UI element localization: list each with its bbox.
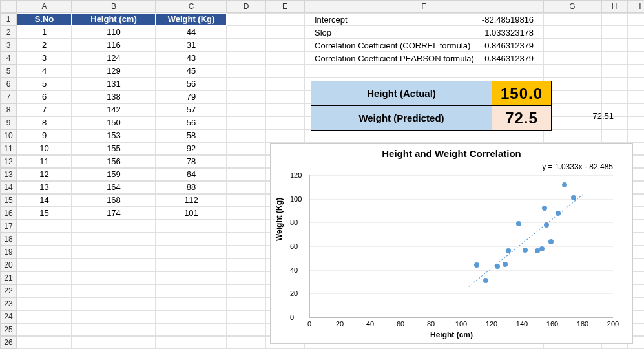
row-header-9[interactable]: 9 [0,116,17,129]
row-header-2[interactable]: 2 [0,26,17,39]
cell-E8[interactable] [265,103,304,116]
cell-H4[interactable] [601,52,627,65]
cell-D26[interactable] [227,336,265,349]
cell-C5[interactable]: 45 [156,65,227,78]
row-header-18[interactable]: 18 [0,233,17,246]
row-header-25[interactable]: 25 [0,323,17,336]
row-header-3[interactable]: 3 [0,39,17,52]
cell-D6[interactable] [227,78,265,90]
cell-C17[interactable] [156,220,227,233]
cell-B12[interactable]: 156 [72,155,156,168]
cell-B18[interactable] [72,233,156,246]
cell-G7[interactable] [543,90,601,103]
cell-C26[interactable] [156,336,227,349]
cell-C23[interactable] [156,297,227,310]
cell-A10[interactable]: 9 [17,129,72,142]
cell-B7[interactable]: 138 [72,90,156,103]
cell-B4[interactable]: 124 [72,52,156,65]
row-header-20[interactable]: 20 [0,259,17,271]
cell-A2[interactable]: 1 [17,26,72,39]
cell-A15[interactable]: 14 [17,194,72,207]
row-header-5[interactable]: 5 [0,65,17,78]
cell-E6[interactable] [265,78,304,90]
cell-C6[interactable]: 56 [156,78,227,90]
cell-B10[interactable]: 153 [72,129,156,142]
cell-H10[interactable] [601,129,627,142]
cell-B6[interactable]: 131 [72,78,156,90]
cell-C12[interactable]: 78 [156,155,227,168]
cell-A14[interactable]: 13 [17,181,72,194]
cell-A5[interactable]: 4 [17,65,72,78]
cell-B2[interactable]: 110 [72,26,156,39]
cell-D22[interactable] [227,284,265,297]
cell-B14[interactable]: 164 [72,181,156,194]
cell-I10[interactable] [627,129,644,142]
row-header-10[interactable]: 10 [0,129,17,142]
cell-D15[interactable] [227,194,265,207]
cell-B16[interactable]: 174 [72,207,156,220]
cell-B25[interactable] [72,323,156,336]
cell-A21[interactable] [17,271,72,284]
cell-C19[interactable] [156,246,227,259]
cell-D23[interactable] [227,297,265,310]
cell-B26[interactable] [72,336,156,349]
cell-A11[interactable]: 10 [17,142,72,155]
cell-E9[interactable] [265,116,304,129]
cell-C8[interactable]: 57 [156,103,227,116]
column-header-C[interactable]: C [156,0,227,13]
cell-D25[interactable] [227,323,265,336]
cell-B22[interactable] [72,284,156,297]
cell-B1[interactable]: Height (cm) [72,13,156,26]
cell-A19[interactable] [17,246,72,259]
cell-D17[interactable] [227,220,265,233]
cell-C3[interactable]: 31 [156,39,227,52]
cell-C14[interactable]: 88 [156,181,227,194]
cell-I1[interactable] [627,13,644,26]
cell-I4[interactable] [627,52,644,65]
cell-A6[interactable]: 5 [17,78,72,90]
cell-A9[interactable]: 8 [17,116,72,129]
cell-A7[interactable]: 6 [17,90,72,103]
column-header-D[interactable]: D [227,0,265,13]
cell-D20[interactable] [227,259,265,271]
row-header-6[interactable]: 6 [0,78,17,90]
cell-C21[interactable] [156,271,227,284]
cell-A17[interactable] [17,220,72,233]
cell-A8[interactable]: 7 [17,103,72,116]
cell-A26[interactable] [17,336,72,349]
cell-I7[interactable] [627,90,644,103]
cell-D14[interactable] [227,181,265,194]
cell-A16[interactable]: 15 [17,207,72,220]
row-header-17[interactable]: 17 [0,220,17,233]
cell-A22[interactable] [17,284,72,297]
cell-H1[interactable] [601,13,627,26]
cell-D2[interactable] [227,26,265,39]
cell-I5[interactable] [627,65,644,78]
cell-A1[interactable]: S.No [17,13,72,26]
row-header-23[interactable]: 23 [0,297,17,310]
cell-E5[interactable] [265,65,304,78]
row-header-24[interactable]: 24 [0,310,17,323]
cell-B17[interactable] [72,220,156,233]
cell-C18[interactable] [156,233,227,246]
column-header-I[interactable]: I [627,0,644,13]
cell-D11[interactable] [227,142,265,155]
cell-I3[interactable] [627,39,644,52]
cell-C11[interactable]: 92 [156,142,227,155]
cell-F5[interactable] [304,65,543,78]
cell-G2[interactable] [543,26,601,39]
row-header-19[interactable]: 19 [0,246,17,259]
cell-D24[interactable] [227,310,265,323]
cell-G1[interactable] [543,13,601,26]
row-header-22[interactable]: 22 [0,284,17,297]
row-header-12[interactable]: 12 [0,155,17,168]
cell-A25[interactable] [17,323,72,336]
cell-F10[interactable] [304,129,543,142]
cell-H6[interactable] [601,78,627,90]
cell-H2[interactable] [601,26,627,39]
cell-D7[interactable] [227,90,265,103]
cell-H7[interactable] [601,90,627,103]
scatter-chart[interactable]: Height and Weight Correlation y = 1.0333… [270,143,633,344]
cell-B5[interactable]: 129 [72,65,156,78]
select-all-corner[interactable] [0,0,17,13]
